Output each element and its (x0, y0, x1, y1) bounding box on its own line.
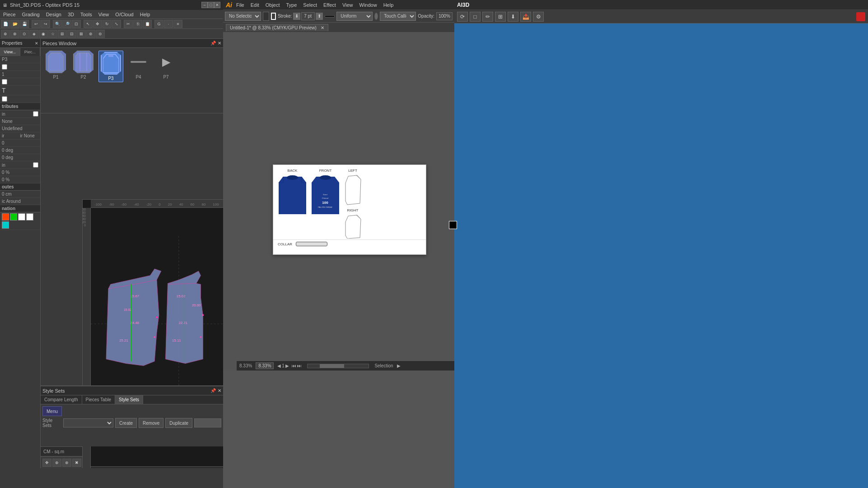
canvas-tab-close-icon[interactable]: ✕ (321, 25, 324, 30)
tb-align[interactable]: ⊜ (96, 30, 105, 38)
menu-3d[interactable]: 3D (66, 12, 75, 17)
tb-zoom-out[interactable]: 🔎 (62, 20, 71, 28)
props-tab-piece[interactable]: Piec... (20, 48, 41, 56)
pieces-window-close-icon[interactable]: ✕ (218, 41, 221, 46)
tb-undo[interactable]: ↩ (32, 20, 41, 28)
tb-points[interactable]: · (164, 20, 173, 28)
stroke-up-icon[interactable]: ⬆ (316, 13, 323, 20)
color-swatch-white[interactable] (18, 213, 25, 221)
nav-next-icon[interactable]: ▶ (285, 363, 289, 368)
color-swatch-red[interactable] (2, 213, 9, 221)
nav-first-icon[interactable]: ⏮ (292, 363, 296, 368)
zoom-input[interactable]: 8.33% (256, 362, 274, 369)
opacity-input[interactable] (436, 12, 453, 20)
tb-2-5[interactable]: ◉ (39, 30, 48, 38)
piece-checkbox-3[interactable] (2, 96, 7, 102)
tb-seam[interactable]: ≡ (173, 20, 182, 28)
tb-redo[interactable]: ↪ (41, 20, 50, 28)
ai3d-btn-2[interactable]: □ (470, 12, 481, 22)
stroke-down-icon[interactable]: ⬇ (293, 13, 300, 20)
tb-2-8[interactable]: ⊟ (67, 30, 76, 38)
menu-grading[interactable]: Grading (21, 12, 41, 17)
tb-new[interactable]: 📄 (1, 20, 10, 28)
stroke-fill-box[interactable] (263, 12, 269, 21)
nav-prev-icon[interactable]: ◀ (277, 363, 281, 368)
tb-2-3[interactable]: ⊙ (20, 30, 29, 38)
stroke-profile-select[interactable]: Uniform (336, 12, 373, 21)
piece-p2[interactable]: P2 (71, 51, 96, 82)
ai-menu-view[interactable]: View (341, 2, 355, 8)
ai-menu-help[interactable]: Help (382, 2, 395, 8)
optitex-maximize-btn[interactable]: □ (208, 2, 214, 8)
tb-2-7[interactable]: ⊞ (58, 30, 67, 38)
ai3d-red-btn[interactable] (856, 12, 865, 21)
bottom-tool-1[interactable]: ✥ (42, 459, 51, 467)
ai3d-btn-5[interactable]: ⬇ (508, 12, 518, 22)
menu-help[interactable]: Help (139, 12, 152, 17)
tb-snap[interactable]: ⊛ (86, 30, 95, 38)
ai3d-btn-6[interactable]: 📤 (520, 12, 531, 22)
menu-ocloud[interactable]: O/Cloud (114, 12, 135, 17)
optitex-minimize-btn[interactable]: – (201, 2, 208, 8)
ai3d-btn-1[interactable]: ⟳ (457, 12, 468, 22)
stylesets-input[interactable] (194, 418, 221, 427)
ai-selection-type[interactable]: No Selection (225, 12, 261, 21)
tb-copy[interactable]: ⎘ (133, 20, 142, 28)
color-swatch-white2[interactable] (26, 213, 33, 221)
seam-in-checkbox[interactable] (33, 111, 38, 117)
nav-last-icon[interactable]: ⏭ (297, 363, 302, 368)
tb-2-9[interactable]: ⊠ (77, 30, 86, 38)
tb-save[interactable]: 💾 (20, 20, 29, 28)
remove-button[interactable]: Remove (139, 418, 163, 428)
color-swatch-cyan[interactable] (2, 221, 9, 229)
ai3d-btn-settings[interactable]: ⚙ (533, 12, 544, 22)
color-swatch-green[interactable] (10, 213, 17, 221)
tb-2-1[interactable]: ⊕ (1, 30, 10, 38)
canvas-tab-item[interactable]: Untitled-1* @ 8.33% (CMYK/GPU Preview) ✕ (226, 24, 328, 31)
brush-select[interactable]: Touch Callig... (380, 12, 416, 21)
ai-menu-type[interactable]: Type (285, 2, 299, 8)
menu-tools[interactable]: Tools (79, 12, 93, 17)
ai-menu-file[interactable]: File (235, 2, 246, 8)
stylesets-select[interactable] (63, 418, 113, 427)
menu-button[interactable]: Menu (42, 406, 62, 416)
scrollbar-h[interactable] (307, 364, 369, 368)
in2-checkbox[interactable] (33, 162, 38, 168)
menu-view[interactable]: View (97, 12, 111, 17)
piece-p1[interactable]: P1 (43, 51, 68, 82)
stylesets-pin-icon[interactable]: 📌 (210, 388, 216, 393)
tb-move[interactable]: ✥ (93, 20, 102, 28)
stroke-weight-input[interactable] (301, 12, 315, 20)
piece-p3[interactable]: P3 (98, 51, 123, 82)
bottom-tool-3[interactable]: ⊗ (62, 459, 71, 467)
piece-checkbox-1[interactable] (2, 64, 7, 70)
ai-menu-select[interactable]: Select (302, 2, 318, 8)
tb-2-4[interactable]: ◈ (29, 30, 38, 38)
tb-open[interactable]: 📂 (10, 20, 19, 28)
ai-menu-object[interactable]: Object (264, 2, 281, 8)
bottom-tool-2[interactable]: ⊕ (52, 459, 61, 467)
piece-p4[interactable]: P4 (126, 51, 151, 82)
tb-select[interactable]: ↖ (84, 20, 93, 28)
ai-menu-window[interactable]: Window (358, 2, 378, 8)
tb-grading[interactable]: G (154, 20, 163, 28)
bottom-tool-4[interactable]: ✖ (72, 459, 81, 467)
pieces-window-pin-icon[interactable]: 📌 (210, 41, 216, 46)
fill-color-box[interactable] (449, 221, 457, 229)
piece-checkbox-2[interactable] (2, 79, 7, 84)
properties-close-icon[interactable]: ✕ (35, 41, 38, 46)
duplicate-button[interactable]: Duplicate (165, 418, 192, 428)
tb-zoom-fit[interactable]: ⊡ (72, 20, 81, 28)
tb-cut[interactable]: ✂ (124, 20, 133, 28)
ai-menu-effect[interactable]: Effect (322, 2, 337, 8)
create-button[interactable]: Create (115, 418, 137, 428)
ai-menu-edit[interactable]: Edit (249, 2, 261, 8)
stylesets-close-icon[interactable]: ✕ (218, 388, 221, 393)
props-tab-view[interactable]: View... (0, 48, 20, 56)
piece-p7[interactable]: ▶ P7 (154, 51, 178, 82)
ai3d-btn-3[interactable]: ✏ (482, 12, 493, 22)
tb-scale[interactable]: ⤡ (112, 20, 121, 28)
tb-zoom-in[interactable]: 🔍 (53, 20, 62, 28)
tb-2-2[interactable]: ⊗ (10, 30, 19, 38)
scroll-horizontal[interactable] (91, 466, 223, 468)
